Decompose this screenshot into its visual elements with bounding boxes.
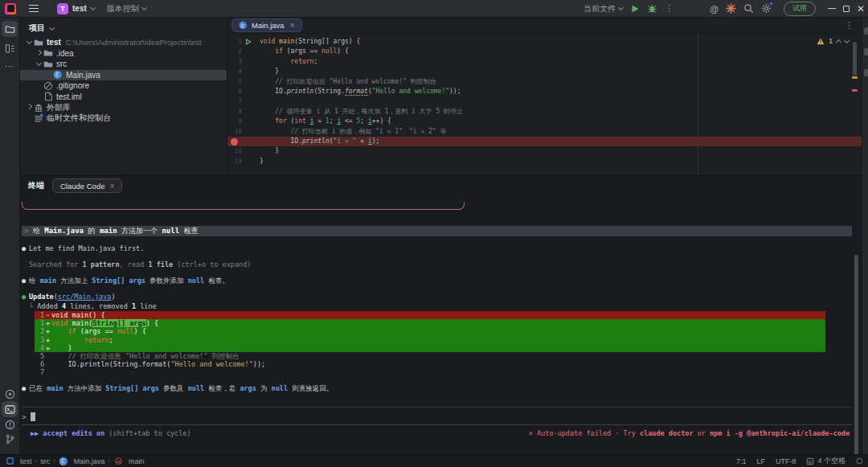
claude-code-tab[interactable]: Claude Code × [52, 178, 122, 193]
user-prompt-bar: > 给 Main.java 的 main 方法加一个 null 检查 [22, 226, 852, 236]
editor-gutter[interactable]: 6 [227, 87, 260, 96]
run-button[interactable] [630, 4, 640, 14]
next-issue-icon[interactable] [844, 37, 850, 43]
editor-options-icon[interactable]: ⋮ [845, 20, 854, 31]
breadcrumb-item[interactable]: mmain [113, 457, 145, 466]
editor-gutter[interactable] [227, 137, 260, 146]
editor-gutter[interactable]: 7 [227, 96, 260, 106]
editor-scrollbar[interactable] [853, 42, 857, 76]
scrollbar-warning-mark[interactable] [852, 76, 858, 79]
tab-close-icon[interactable]: × [109, 182, 114, 190]
chevron-down-icon [141, 5, 147, 10]
minimize-button[interactable] [828, 8, 836, 9]
file-encoding[interactable]: UTF-8 [776, 457, 796, 465]
editor-gutter[interactable]: 4 [227, 67, 260, 76]
message-bullet-icon: ● [22, 244, 29, 253]
editor-tab-main-java[interactable]: C Main.java × [231, 18, 302, 32]
code-text: // 循环变量 i 从 1 开始，每次加 1，直到 i 大于 5 时停止 [260, 107, 862, 117]
readonly-lock-icon[interactable] [856, 457, 863, 465]
editor-gutter[interactable]: 9 [227, 117, 260, 126]
project-tool-icon[interactable] [2, 21, 18, 37]
close-button[interactable]: ✕ [857, 5, 865, 13]
editor-gutter[interactable]: 12 [227, 146, 260, 156]
problems-tool-icon[interactable] [2, 416, 18, 432]
git-tool-icon[interactable] [2, 431, 18, 447]
text-segment [260, 47, 275, 55]
chevron-down-icon[interactable] [34, 62, 43, 66]
text-segment: <= [341, 117, 356, 125]
database-icon[interactable] [864, 69, 868, 76]
project-panel-header[interactable]: 项目 [20, 18, 227, 37]
tab-close-icon[interactable]: × [290, 21, 295, 30]
vcs-widget[interactable]: 版本控制 [107, 3, 146, 14]
text-segment: void [51, 319, 72, 327]
caret-position[interactable]: 7:1 [736, 457, 747, 465]
project-widget[interactable]: T test [53, 2, 99, 16]
terminal-input-line[interactable]: > [22, 411, 35, 422]
breakpoint-icon[interactable] [231, 138, 238, 145]
terminal-tool-icon[interactable] [2, 401, 18, 417]
debug-button[interactable] [647, 3, 657, 14]
editor-code[interactable]: 1void main(String[] args) {2 if (args ==… [227, 34, 862, 175]
line-separator[interactable]: LF [756, 457, 765, 465]
code-line: 2 if (args == null) { [227, 47, 862, 56]
inspections-widget[interactable]: 1 [817, 37, 849, 45]
chevron-right-icon[interactable] [34, 51, 43, 55]
scrollbar-breakpoint-mark[interactable] [852, 89, 858, 92]
tree-item[interactable]: testC:\Users\Administrator\IdeaProjects\… [20, 37, 227, 48]
services-tool-icon[interactable] [2, 386, 18, 402]
editor-gutter[interactable]: 8 [227, 107, 260, 117]
notifications-icon[interactable] [864, 27, 868, 35]
more-tool-windows-icon[interactable]: ⋯ [2, 58, 18, 74]
claude-code-tab-label: Claude Code [60, 182, 104, 190]
tree-item[interactable]: 临时文件和控制台 [20, 113, 227, 125]
chevron-right-icon[interactable] [24, 105, 34, 109]
text-segment: main [47, 384, 63, 393]
editor-gutter[interactable]: 2 [227, 47, 260, 56]
editor-gutter[interactable]: 10 [227, 127, 260, 137]
right-tool-stripe [862, 18, 868, 454]
structure-tool-icon[interactable] [2, 40, 18, 56]
text-segment: 则直接返回。 [288, 384, 333, 393]
tree-item-label: test.iml [56, 92, 82, 101]
text-segment: 参数及 [159, 384, 188, 393]
code-line: IO.println("i = " + i); [227, 137, 862, 146]
text-segment: // 打印欢迎信息 "Hello and welcome!" 到控制台 [260, 78, 436, 85]
more-actions-button[interactable]: ⋮ [665, 3, 674, 14]
prev-issue-icon[interactable] [836, 39, 841, 44]
chevron-down-icon[interactable] [24, 40, 34, 44]
terminal-content[interactable]: > 给 Main.java 的 main 方法加一个 null 检查●Let m… [20, 195, 862, 454]
breadcrumb-item[interactable]: src [40, 457, 50, 465]
tree-item[interactable]: CMain.java [20, 70, 227, 81]
text-segment[interactable]: src/Main.java [58, 293, 112, 301]
indent-icon [806, 457, 814, 465]
terminal-scrollbar[interactable] [854, 255, 858, 454]
editor-gutter[interactable]: 3 [227, 57, 260, 67]
tree-item[interactable]: test.iml [20, 92, 227, 103]
editor-gutter[interactable]: 5 [227, 77, 260, 87]
text-segment: IO. [260, 137, 302, 145]
tree-item[interactable]: .gitignore [20, 80, 227, 92]
breadcrumb-item[interactable]: test [5, 457, 32, 466]
tree-item[interactable]: 外部库 [20, 102, 227, 113]
search-icon[interactable] [743, 3, 754, 14]
editor-gutter[interactable]: 1 [227, 37, 260, 47]
ai-assistant-icon[interactable] [864, 48, 868, 55]
main-menu-icon[interactable] [29, 5, 39, 12]
editor-gutter[interactable]: 13 [227, 157, 260, 166]
breadcrumb-item[interactable]: CMain.java [59, 457, 105, 466]
trial-badge[interactable]: 试用 [784, 2, 816, 16]
terminal-panel-title[interactable]: 终端 [28, 180, 44, 191]
run-configuration-selector[interactable]: 当前文件 [583, 3, 623, 14]
text-segment: 给 [33, 227, 44, 235]
indent-widget[interactable]: 4 个空格 [806, 456, 845, 466]
tree-item[interactable]: .idea [20, 48, 227, 59]
accept-edits-status[interactable]: ▶▶ accept edits on (shift+tab to cycle) [31, 429, 191, 437]
run-gutter-icon[interactable] [245, 39, 252, 45]
code-text: IO.println("i = " + i); [260, 137, 862, 146]
breadcrumb[interactable]: test›src›CMain.java›mmain [0, 457, 145, 466]
maximize-button[interactable] [843, 6, 850, 12]
settings-gear-icon[interactable] [761, 3, 772, 14]
claude-burst-icon[interactable] [726, 3, 736, 14]
tree-item[interactable]: src [20, 59, 227, 70]
